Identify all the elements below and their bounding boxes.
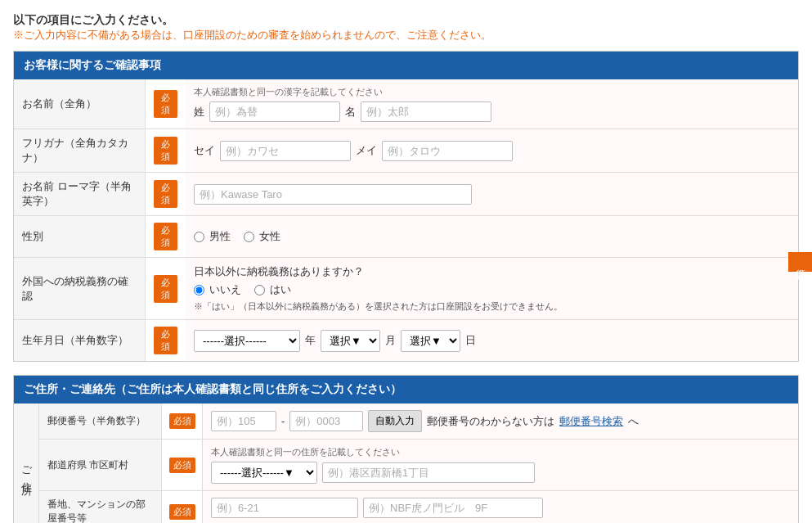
birthday-required-cell: 必須 (145, 320, 186, 362)
address-body: ご住所 郵便番号（半角数字） 必須 - 自動入力 郵便番号のわからない方は 郵便… (14, 404, 798, 523)
tax-no-radio[interactable] (194, 285, 204, 295)
furigana-mei-input[interactable] (382, 141, 513, 161)
sei-label: 姓 (194, 105, 204, 119)
city-row: 都道府県 市区町村 必須 本人確認書類と同一の住所を記載してください -----… (39, 440, 798, 491)
birthday-required-badge: 必須 (154, 327, 178, 354)
postal-label: 郵便番号（半角数字） (39, 404, 162, 439)
postal-search-link[interactable]: 郵便番号検索 (559, 414, 623, 429)
tax-row: 外国への納税義務の確認 必須 日本以外に納税義務はありますか？ いいえ はい ※… (14, 258, 798, 320)
romaji-input-cell (186, 173, 798, 216)
instruction-main: 以下の項目にご入力ください。 (13, 13, 799, 28)
postal-note-suffix: へ (628, 414, 639, 429)
furigana-required-cell: 必須 (145, 129, 186, 173)
romaji-required-badge: 必須 (154, 180, 178, 208)
furigana-row: フリガナ（全角カタカナ） 必須 セイ メイ (14, 129, 798, 173)
postal-required-cell: 必須 (162, 404, 203, 439)
address-header: ご住所・ご連絡先（ご住所は本人確認書類と同じ住所をご入力ください） (14, 376, 798, 404)
address-detail-label: 番地、マンションの部屋番号等 (39, 491, 162, 523)
furigana-input-cell: セイ メイ (186, 129, 798, 173)
tax-radio-group: いいえ はい (194, 282, 790, 297)
postal-row: 郵便番号（半角数字） 必須 - 自動入力 郵便番号のわからない方は 郵便番号検索… (39, 404, 798, 440)
customer-info-section: お客様に関するご確認事項 お名前（全角） 必須 本人確認書類と同一の漢字を記載し… (13, 51, 799, 362)
gender-female-label: 女性 (259, 229, 280, 244)
furigana-label: フリガナ（全角カタカナ） (14, 129, 145, 173)
furigana-sei-label: セイ (194, 143, 215, 158)
gender-female-option[interactable]: 女性 (244, 229, 280, 244)
instruction-warning: ※ご入力内容に不備がある場合は、口座開設のための審査を始められませんので、ご注意… (13, 28, 799, 43)
gender-male-option[interactable]: 男性 (194, 229, 231, 244)
address-section: ご住所・ご連絡先（ご住所は本人確認書類と同じ住所をご入力ください） ご住所 郵便… (13, 375, 799, 523)
gender-female-radio[interactable] (244, 232, 254, 242)
tax-required-badge: 必須 (154, 275, 178, 303)
tax-yes-label: はい (270, 282, 291, 297)
city-required-badge: 必須 (169, 458, 195, 473)
furigana-required-badge: 必須 (154, 137, 178, 165)
furigana-sei-input[interactable] (220, 141, 351, 161)
address-rows: 郵便番号（半角数字） 必須 - 自動入力 郵便番号のわからない方は 郵便番号検索… (39, 404, 798, 523)
birthday-month-unit: 月 (385, 333, 396, 348)
furigana-mei-label: メイ (356, 143, 377, 158)
address-detail-input-1[interactable] (211, 498, 358, 518)
gender-input-cell: 男性 女性 (186, 216, 798, 258)
name-input-cell: 本人確認書類と同一の漢字を記載してください 姓 名 (186, 79, 798, 129)
name-input-row: 姓 名 (194, 101, 790, 122)
birthday-input-cell: ------選択------ 年 選択▼ 月 選択▼ 日 (186, 320, 798, 362)
customer-info-table: お名前（全角） 必須 本人確認書類と同一の漢字を記載してください 姓 名 フリガ… (14, 79, 798, 361)
address-detail-row: 番地、マンションの部屋番号等 必須 (39, 491, 798, 523)
birthday-label: 生年月日（半角数字） (14, 320, 145, 362)
customer-info-header: お客様に関するご確認事項 (14, 52, 798, 79)
gender-required-cell: 必須 (145, 216, 186, 258)
romaji-label: お名前 ローマ字（半角英字） (14, 173, 145, 216)
postal-input-cell: - 自動入力 郵便番号のわからない方は 郵便番号検索 へ (203, 404, 798, 439)
postal-input-row: - 自動入力 郵便番号のわからない方は 郵便番号検索 へ (211, 410, 790, 432)
gender-male-radio[interactable] (194, 232, 204, 242)
gender-row: 性別 必須 男性 女性 (14, 216, 798, 258)
mei-label: 名 (345, 105, 356, 119)
postal-auto-button[interactable]: 自動入力 (368, 410, 422, 432)
postal-note-prefix: 郵便番号のわからない方は (427, 414, 554, 429)
birthday-day-select[interactable]: 選択▼ (401, 330, 460, 352)
romaji-input[interactable] (194, 184, 472, 205)
mei-input[interactable] (361, 101, 491, 122)
city-label: 都道府県 市区町村 (39, 440, 162, 490)
gender-label: 性別 (14, 216, 145, 258)
postal-input-1[interactable] (211, 411, 276, 431)
prefecture-select[interactable]: ------選択------▼ (211, 462, 317, 484)
address-detail-required-cell: 必須 (162, 491, 203, 523)
address-detail-input-cell (203, 491, 798, 523)
furigana-input-row: セイ メイ (194, 141, 790, 161)
postal-required-badge: 必須 (169, 413, 195, 429)
city-input[interactable] (322, 462, 535, 483)
city-input-row: ------選択------▼ (211, 462, 790, 484)
birthday-input-row: ------選択------ 年 選択▼ 月 選択▼ 日 (194, 330, 790, 352)
tax-note: ※「はい」（日本以外に納税義務がある）を選択された方は口座開設をお受けできません… (194, 300, 790, 313)
gender-radio-group: 男性 女性 (194, 229, 790, 244)
name-required-badge: 必須 (154, 90, 178, 118)
birthday-month-select[interactable]: 選択▼ (321, 330, 380, 352)
tax-required-cell: 必須 (145, 258, 186, 320)
tax-no-label: いいえ (209, 282, 241, 297)
name-hint: 本人確認書類と同一の漢字を記載してください (194, 86, 790, 98)
postal-input-2[interactable] (289, 411, 363, 431)
address-side-label: ご住所 (14, 404, 39, 523)
name-row: お名前（全角） 必須 本人確認書類と同一の漢字を記載してください 姓 名 (14, 79, 798, 129)
romaji-required-cell: 必須 (145, 173, 186, 216)
city-input-cell: 本人確認書類と同一の住所を記載してください ------選択------▼ (203, 440, 798, 490)
right-tab[interactable]: 必須入力 (788, 252, 812, 272)
birthday-day-unit: 日 (465, 333, 476, 348)
sei-input[interactable] (209, 101, 340, 122)
tax-label: 外国への納税義務の確認 (14, 258, 145, 320)
tax-yes-radio[interactable] (254, 285, 265, 295)
tax-yes-option[interactable]: はい (254, 282, 291, 297)
tax-input-cell: 日本以外に納税義務はありますか？ いいえ はい ※「はい」（日本以外に納税義務が… (186, 258, 798, 320)
city-hint: 本人確認書類と同一の住所を記載してください (211, 446, 790, 458)
name-label: お名前（全角） (14, 79, 145, 129)
address-detail-input-2[interactable] (363, 498, 543, 518)
birthday-year-unit: 年 (305, 333, 316, 348)
gender-required-badge: 必須 (154, 223, 178, 250)
postal-separator: - (281, 415, 285, 427)
tax-no-option[interactable]: いいえ (194, 282, 241, 297)
gender-male-label: 男性 (209, 229, 231, 244)
romaji-row: お名前 ローマ字（半角英字） 必須 (14, 173, 798, 216)
birthday-year-select[interactable]: ------選択------ (194, 330, 300, 352)
